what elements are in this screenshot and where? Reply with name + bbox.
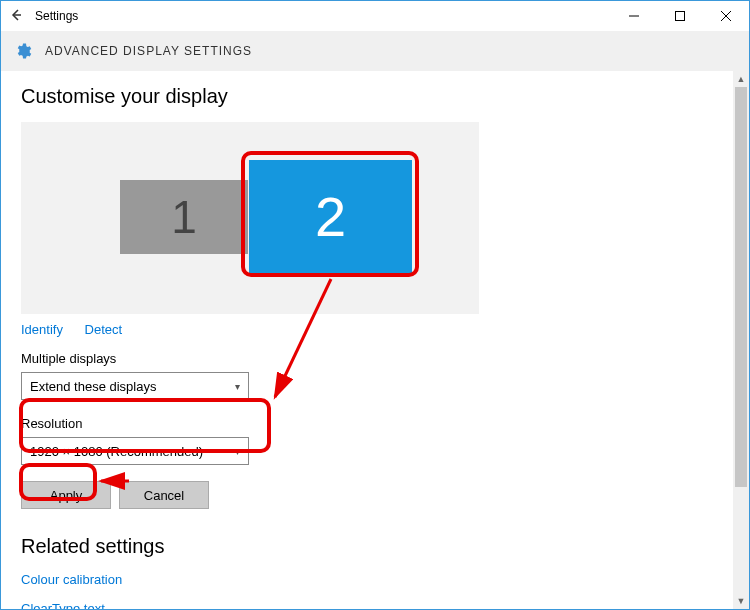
monitor-1[interactable]: 1: [120, 180, 248, 254]
resolution-label: Resolution: [21, 416, 713, 431]
chevron-down-icon: ▾: [235, 381, 240, 392]
cleartype-link[interactable]: ClearType text: [21, 601, 695, 609]
vertical-scrollbar[interactable]: ▲ ▼: [733, 71, 749, 609]
gear-icon: [13, 41, 33, 61]
minimize-button[interactable]: [611, 1, 657, 31]
apply-button[interactable]: Apply: [21, 481, 111, 509]
identify-link[interactable]: Identify: [21, 322, 63, 337]
scroll-down-icon: ▼: [733, 593, 749, 609]
multiple-displays-value: Extend these displays: [30, 379, 156, 394]
maximize-icon: [675, 11, 685, 21]
multiple-displays-label: Multiple displays: [21, 351, 713, 366]
window-title: Settings: [31, 9, 611, 23]
display-preview: 1 2: [21, 122, 479, 314]
detect-link[interactable]: Detect: [85, 322, 123, 337]
page-header: ADVANCED DISPLAY SETTINGS: [1, 31, 749, 71]
back-button[interactable]: [1, 8, 31, 25]
multiple-displays-select[interactable]: Extend these displays ▾: [21, 372, 249, 400]
page-title: ADVANCED DISPLAY SETTINGS: [45, 44, 252, 58]
close-icon: [721, 11, 731, 21]
colour-calibration-link[interactable]: Colour calibration: [21, 572, 695, 587]
related-settings-heading: Related settings: [21, 535, 713, 558]
section-title: Customise your display: [21, 85, 713, 108]
svg-rect-2: [676, 12, 685, 21]
minimize-icon: [629, 11, 639, 21]
arrow-left-icon: [9, 8, 23, 22]
maximize-button[interactable]: [657, 1, 703, 31]
resolution-select[interactable]: 1920 × 1080 (Recommended) ▾: [21, 437, 249, 465]
cancel-button[interactable]: Cancel: [119, 481, 209, 509]
chevron-down-icon: ▾: [235, 446, 240, 457]
cancel-button-label: Cancel: [144, 488, 184, 503]
scroll-up-icon: ▲: [733, 71, 749, 87]
scrollbar-thumb[interactable]: [735, 87, 747, 487]
titlebar: Settings: [1, 1, 749, 31]
apply-button-label: Apply: [50, 488, 83, 503]
monitor-1-label: 1: [171, 190, 197, 244]
monitor-2[interactable]: 2: [249, 160, 412, 273]
content-area: Customise your display 1 2 Identify Dete…: [1, 71, 749, 609]
monitor-2-label: 2: [315, 184, 346, 249]
close-button[interactable]: [703, 1, 749, 31]
resolution-value: 1920 × 1080 (Recommended): [30, 444, 203, 459]
settings-window: Settings ADVANCED DISPLAY SETTINGS Custo…: [0, 0, 750, 610]
